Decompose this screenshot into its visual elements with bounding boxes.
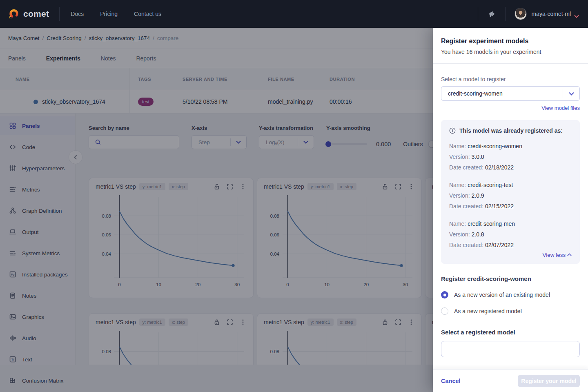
lock-open-icon[interactable] xyxy=(381,183,389,190)
date-label: Date created: xyxy=(449,203,483,209)
breadcrumb: Maya Comet/ Credit Scoring/ sticky_obser… xyxy=(0,28,433,49)
sidebar-item-label: Confusion Matrix xyxy=(22,378,63,384)
announcements-icon[interactable] xyxy=(487,10,496,18)
xaxis-group: X-axis Step xyxy=(192,125,247,149)
breadcrumb-workspace[interactable]: Maya Comet xyxy=(8,35,40,41)
column-header-server-time: SERVER AND TIME xyxy=(174,77,260,82)
kebab-menu-icon[interactable] xyxy=(239,318,247,326)
lock-closed-icon[interactable] xyxy=(213,318,220,326)
server-time-cell: 5/10/22 08:58 PM xyxy=(174,98,260,105)
outliers-toggle[interactable] xyxy=(428,140,433,148)
x-axis-badge: x: step xyxy=(337,318,356,326)
y-axis-badge: y: metric1 xyxy=(307,183,334,190)
audio-icon xyxy=(9,334,16,342)
tab-experiments[interactable]: Experiments xyxy=(46,55,80,62)
sidebar-item-label: Graphics xyxy=(22,314,44,320)
radio-selected-icon[interactable] xyxy=(441,291,448,298)
expand-icon[interactable] xyxy=(226,183,234,190)
panels-icon xyxy=(9,122,16,129)
user-menu-chevron-icon[interactable] xyxy=(574,12,579,16)
sidebar-item-installed-packages[interactable]: Py Installed packages xyxy=(0,265,75,284)
experiment-row[interactable]: sticky_observatory_1674 test 5/10/22 08:… xyxy=(0,90,433,114)
sidebar-item-confusion-matrix[interactable]: Confusion Matrix xyxy=(0,371,75,390)
ytrans-select[interactable]: Logₑ(X) xyxy=(259,135,314,149)
tab-reports[interactable]: Reports xyxy=(136,55,156,62)
expand-icon[interactable] xyxy=(394,318,402,326)
nav-link-contact[interactable]: Contact us xyxy=(134,11,161,17)
sidebar-item-label: System Metrics xyxy=(22,250,60,256)
nav-link-docs[interactable]: Docs xyxy=(71,11,84,17)
version-label: Version: xyxy=(449,154,470,160)
username[interactable]: maya-comet-ml xyxy=(532,11,571,17)
view-model-files-link[interactable]: View model files xyxy=(441,105,580,111)
model-date: 02/15/2022 xyxy=(485,203,514,209)
sidebar-item-graphics[interactable]: Graphics xyxy=(0,307,75,326)
navbar-divider xyxy=(478,7,478,21)
xaxis-select[interactable]: Step xyxy=(192,135,247,149)
kebab-menu-icon[interactable] xyxy=(408,183,415,190)
view-less-link[interactable]: View less xyxy=(449,252,572,258)
sidebar-item-label: Metrics xyxy=(22,187,40,193)
experiments-table-header: NAME TAGS SERVER AND TIME FILE NAME DURA… xyxy=(0,68,433,90)
slider-thumb[interactable] xyxy=(325,141,331,147)
svg-text:20: 20 xyxy=(363,282,369,287)
kebab-menu-icon[interactable] xyxy=(408,318,415,326)
navbar-divider xyxy=(59,7,60,21)
line-chart[interactable]: 0.040.060.080102030 xyxy=(264,193,416,289)
sidebar-item-system-metrics[interactable]: System Metrics xyxy=(0,244,75,263)
sidebar-item-output[interactable]: Output xyxy=(0,223,75,241)
experiment-name[interactable]: sticky_observatory_1674 xyxy=(42,98,105,105)
line-chart[interactable]: 0.040.060.080102030 xyxy=(96,328,247,365)
search-icon xyxy=(95,139,101,145)
graph-definition-icon xyxy=(9,207,16,214)
tab-panels[interactable]: Panels xyxy=(8,55,26,62)
svg-text:0: 0 xyxy=(286,282,289,287)
sidebar-item-label: Notes xyxy=(22,293,36,299)
cancel-button[interactable]: Cancel xyxy=(441,378,461,384)
search-field[interactable] xyxy=(89,135,179,149)
model-select[interactable]: credit-scoring-women xyxy=(441,86,580,101)
sidebar-item-metrics[interactable]: Metrics xyxy=(0,180,75,199)
sidebar-item-graph-definition[interactable]: Graph Definition xyxy=(0,201,75,220)
option-new-version[interactable]: As a new version of an existing model xyxy=(441,291,580,298)
breadcrumb-experiment[interactable]: sticky_observatory_1674 xyxy=(89,35,150,41)
lock-closed-icon[interactable] xyxy=(381,318,389,326)
smoothing-slider[interactable] xyxy=(326,143,367,145)
expand-icon[interactable] xyxy=(394,183,402,190)
user-avatar[interactable] xyxy=(514,8,527,20)
sidebar-item-notes[interactable]: Notes xyxy=(0,286,75,305)
comet-logo[interactable]: comet xyxy=(8,9,49,20)
svg-text:0: 0 xyxy=(118,282,120,287)
nav-link-pricing[interactable]: Pricing xyxy=(100,11,118,17)
registered-model-select[interactable] xyxy=(441,341,580,357)
register-model-button[interactable]: Register your model xyxy=(518,375,580,387)
lock-open-icon[interactable] xyxy=(213,183,220,190)
date-label: Date created: xyxy=(449,242,483,248)
code-icon xyxy=(9,143,16,151)
model-date: 02/18/2022 xyxy=(485,164,514,171)
y-axis-badge: y: metric1 xyxy=(139,318,165,326)
kebab-menu-icon[interactable] xyxy=(239,183,247,190)
tab-notes[interactable]: Notes xyxy=(101,55,116,62)
register-models-panel: Register experiment models You have 16 m… xyxy=(433,28,588,392)
breadcrumb-compare[interactable]: compare xyxy=(157,35,179,41)
duration-cell: 00:00:16 xyxy=(321,98,433,105)
breadcrumb-project[interactable]: Credit Scoring xyxy=(47,35,82,41)
selected-model-value: credit-scoring-women xyxy=(441,90,563,97)
sidebar-item-audio[interactable]: Audio xyxy=(0,329,75,347)
tag-badge[interactable]: test xyxy=(138,98,154,106)
sidebar-item-text[interactable]: Tt Text xyxy=(0,350,75,369)
search-input[interactable] xyxy=(105,139,179,145)
sidebar-item-hyperparameters[interactable]: Hyperparameters xyxy=(0,159,75,178)
radio-unselected-icon[interactable] xyxy=(441,307,448,315)
select-model-label: Select a model to register xyxy=(441,76,580,82)
expand-icon[interactable] xyxy=(226,318,234,326)
sidebar-item-code[interactable]: Code xyxy=(0,138,75,156)
sidebar-item-panels[interactable]: Panels xyxy=(0,116,75,135)
sidebar-item-label: Audio xyxy=(22,335,36,341)
graphics-icon xyxy=(9,313,16,321)
line-chart[interactable]: 0.040.060.080102030 xyxy=(96,193,247,289)
option-new-model[interactable]: As a new registered model xyxy=(441,307,580,315)
sidebar-collapse-button[interactable] xyxy=(69,150,82,164)
line-chart[interactable]: 0.040.060.080102030 xyxy=(264,328,416,365)
